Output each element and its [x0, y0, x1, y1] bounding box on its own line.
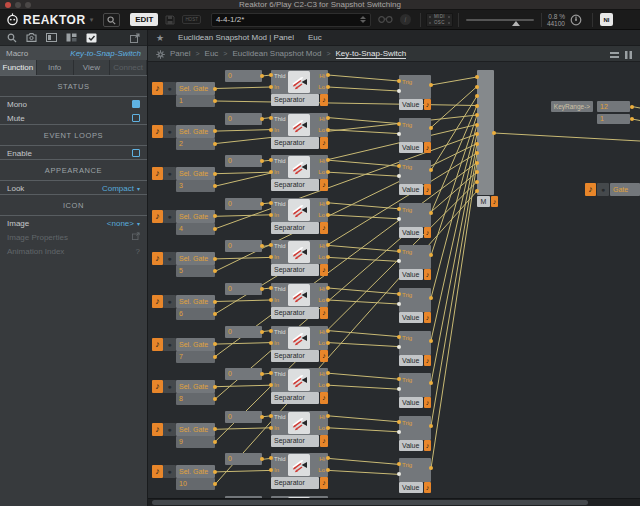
port-dot[interactable] [475, 189, 479, 193]
port-dot[interactable] [213, 172, 217, 176]
gate-module[interactable]: Gate [610, 183, 640, 196]
gate-number-box[interactable]: 6 [176, 308, 215, 320]
value-module[interactable]: Trig [399, 458, 431, 482]
port-dot[interactable] [269, 426, 273, 430]
sel-gate-module[interactable]: Sel. Gate [176, 82, 215, 95]
browser-icon[interactable] [7, 33, 17, 43]
module-gear-icon[interactable]: ● [163, 465, 176, 478]
port-dot[interactable] [397, 207, 401, 211]
const-zero-module[interactable]: 0 [225, 70, 262, 82]
port-dot[interactable] [269, 116, 273, 120]
port-dot[interactable] [213, 355, 217, 359]
split-view-icon[interactable] [625, 45, 632, 63]
detach-panel-icon[interactable] [130, 33, 140, 43]
port-dot[interactable] [397, 335, 401, 339]
value-event-button[interactable]: ♪ [424, 227, 431, 238]
const-zero-module[interactable]: 0 [225, 198, 262, 210]
port-dot[interactable] [397, 79, 401, 83]
module-gear-icon[interactable]: ● [163, 82, 176, 95]
value-label-bar[interactable]: Value [399, 269, 423, 280]
sel-gate-module[interactable]: Sel. Gate [176, 465, 215, 478]
separator-label-bar[interactable]: Separator [271, 392, 319, 404]
port-dot[interactable] [326, 85, 330, 89]
separator-label-bar[interactable]: Separator [271, 94, 319, 106]
value-event-button[interactable]: ♪ [424, 482, 431, 493]
port-dot[interactable] [475, 180, 479, 184]
breadcrumb-key-to-snap-switch[interactable]: Key-to-Snap-Switch [336, 49, 407, 59]
port-dot[interactable] [326, 213, 330, 217]
port-dot[interactable] [326, 128, 330, 132]
mono-checkbox[interactable] [132, 100, 140, 108]
port-dot[interactable] [269, 286, 273, 290]
event-source-icon[interactable]: ♪ [152, 125, 163, 138]
breadcrumb-panel[interactable]: Panel [170, 49, 190, 58]
gate-number-box[interactable]: 7 [176, 351, 215, 363]
sel-gate-module[interactable]: Sel. Gate [176, 338, 215, 351]
port-dot[interactable] [326, 426, 330, 430]
module-gear-icon[interactable]: ● [163, 338, 176, 351]
event-source-icon[interactable]: ♪ [152, 295, 163, 308]
port-dot[interactable] [213, 142, 217, 146]
port-dot[interactable] [213, 87, 217, 91]
port-dot[interactable] [397, 217, 401, 221]
breadcrumb-euclidean-snapshot-mod[interactable]: Euclidean Snapshot Mod [232, 49, 321, 58]
value-module[interactable]: Trig [399, 373, 431, 397]
horizontal-scrollbar[interactable] [148, 498, 640, 506]
tempo-position-field[interactable]: 4-4-1/2* [211, 13, 371, 27]
port-dot[interactable] [326, 116, 330, 120]
const-zero-module[interactable]: 0 [225, 113, 262, 125]
const-zero-module[interactable]: 0 [225, 155, 262, 167]
volume-thumb[interactable] [512, 21, 520, 26]
port-dot[interactable] [213, 470, 217, 474]
gate-number-box[interactable]: 8 [176, 393, 215, 405]
separator-module[interactable]: ThldInHiLo [271, 198, 328, 222]
module-gear-icon[interactable]: ● [163, 252, 176, 265]
separator-module[interactable]: ThldInHiLo [271, 326, 328, 350]
port-dot[interactable] [630, 105, 634, 109]
search-button[interactable] [103, 13, 120, 27]
merge-label-bar[interactable]: M [477, 196, 490, 207]
separator-event-button[interactable]: ♪ [320, 477, 328, 489]
separator-module[interactable]: ThldInHiLo [271, 155, 328, 179]
port-dot[interactable] [475, 170, 479, 174]
port-dot[interactable] [326, 329, 330, 333]
value-event-button[interactable]: ♪ [424, 440, 431, 451]
separator-event-button[interactable]: ♪ [320, 264, 328, 276]
port-dot[interactable] [429, 296, 433, 300]
separator-label-bar[interactable]: Separator [271, 222, 319, 234]
event-source-icon[interactable]: ♪ [152, 167, 163, 180]
separator-label-bar[interactable]: Separator [271, 137, 319, 149]
port-dot[interactable] [269, 128, 273, 132]
port-dot[interactable] [429, 211, 433, 215]
keyrange-module[interactable]: KeyRange-> [551, 101, 593, 112]
port-dot[interactable] [260, 330, 264, 334]
gate-number-box[interactable]: 1 [176, 95, 215, 107]
const-zero-module[interactable]: 0 [225, 368, 262, 380]
port-dot[interactable] [475, 85, 479, 89]
separator-event-button[interactable]: ♪ [320, 435, 328, 447]
port-dot[interactable] [213, 257, 217, 261]
event-source-icon[interactable]: ♪ [152, 465, 163, 478]
properties-icon-active[interactable] [86, 33, 97, 43]
separator-label-bar[interactable]: Separator [271, 307, 319, 319]
event-source-icon[interactable]: ♪ [152, 338, 163, 351]
port-dot[interactable] [475, 132, 479, 136]
module-gear-icon[interactable]: ● [163, 210, 176, 223]
list-view-icon[interactable] [610, 45, 619, 63]
separator-event-button[interactable]: ♪ [320, 307, 328, 319]
gate-number-box[interactable]: 4 [176, 223, 215, 235]
separator-event-button[interactable]: ♪ [320, 350, 328, 362]
master-volume-slider[interactable] [464, 13, 536, 27]
value-event-button[interactable]: ♪ [424, 312, 431, 323]
event-source-icon[interactable]: ♪ [152, 423, 163, 436]
port-dot[interactable] [213, 300, 217, 304]
gate-number-box[interactable]: 10 [176, 478, 215, 490]
enable-checkbox[interactable] [132, 149, 140, 157]
port-dot[interactable] [397, 420, 401, 424]
tab-view[interactable]: View [74, 60, 111, 75]
port-dot[interactable] [397, 122, 401, 126]
value-event-button[interactable]: ♪ [424, 142, 431, 153]
port-dot[interactable] [397, 345, 401, 349]
keyrange-lo-box[interactable]: 1 [597, 114, 630, 125]
port-dot[interactable] [269, 341, 273, 345]
